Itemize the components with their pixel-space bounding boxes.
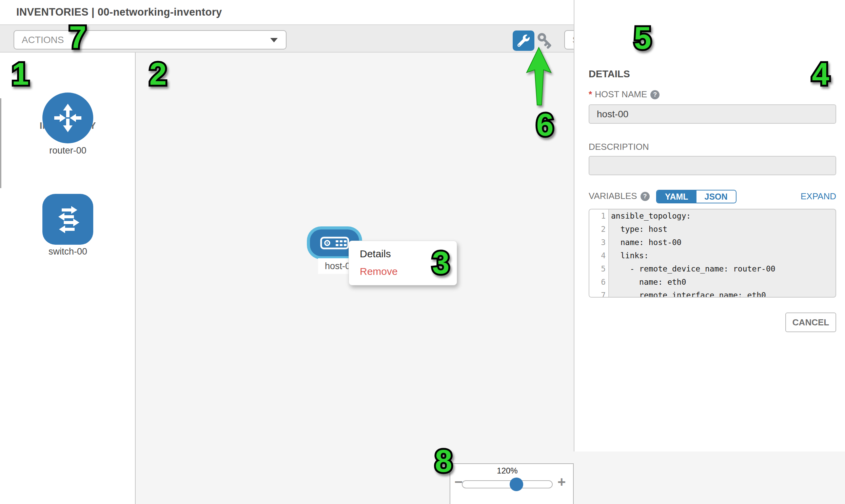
expand-link[interactable]: EXPAND [735, 191, 836, 202]
help-icon[interactable]: ? [650, 90, 659, 99]
cancel-button[interactable]: CANCEL [785, 312, 836, 332]
line-number: 6 [589, 275, 609, 289]
host-name-label-row: *HOST NAME? [589, 89, 659, 100]
line-text: ansible_topology: [609, 210, 835, 223]
description-field[interactable] [589, 156, 836, 175]
key-icon [536, 32, 553, 49]
chevron-down-icon [270, 38, 278, 42]
code-line: 2 type: host [589, 223, 835, 236]
page-title: INVENTORIES | 00-networking-inventory [16, 6, 222, 18]
host-name-label: HOST NAME [595, 89, 647, 99]
host-icon [320, 236, 349, 250]
router-icon [51, 101, 85, 135]
code-line: 3 name: host-00 [589, 236, 835, 249]
code-line: 7 remote_interface_name: eth0 [589, 289, 835, 298]
line-number: 5 [589, 262, 609, 275]
switch-icon [51, 202, 85, 236]
variables-format-toggle: YAML JSON [656, 190, 737, 203]
zoom-control: 120% − + [450, 463, 574, 504]
line-number: 7 [589, 289, 609, 298]
sidebar-item-router-label: router-00 [0, 145, 136, 156]
zoom-slider-thumb[interactable] [510, 478, 523, 491]
toggle-yaml[interactable]: YAML [657, 191, 697, 203]
context-menu-item-remove[interactable]: Remove [349, 263, 457, 280]
variables-label: VARIABLES [589, 191, 637, 201]
code-line: 4 links: [589, 249, 835, 262]
host-name-field[interactable]: host-00 [589, 104, 836, 124]
line-number: 1 [589, 210, 609, 223]
wrench-icon [517, 35, 530, 47]
inventory-topology-page: INVENTORIES | 00-networking-inventory AC… [0, 0, 845, 504]
credentials-key-button[interactable] [536, 32, 553, 49]
line-number: 3 [589, 236, 609, 249]
variables-label-row: VARIABLES? [589, 191, 650, 201]
context-menu-item-details[interactable]: Details [349, 245, 457, 263]
required-marker: * [589, 89, 592, 99]
help-icon[interactable]: ? [640, 192, 650, 201]
actions-dropdown-label: ACTIONS [22, 31, 64, 49]
zoom-out-button[interactable]: − [454, 475, 463, 489]
sidebar-item-router[interactable] [42, 92, 93, 143]
inventory-sidebar: INVENTORY router-00 [0, 53, 136, 504]
zoom-in-button[interactable]: + [558, 475, 566, 489]
sidebar-scrollbar[interactable] [0, 98, 1, 188]
line-text: links: [609, 249, 835, 262]
sidebar-item-switch[interactable] [42, 194, 93, 245]
toggle-json[interactable]: JSON [697, 191, 736, 203]
actions-dropdown[interactable]: ACTIONS [14, 30, 286, 50]
line-text: remote_interface_name: eth0 [609, 289, 835, 298]
details-panel-title: DETAILS [589, 69, 630, 80]
code-line: 6 name: eth0 [589, 275, 835, 289]
description-label: DESCRIPTION [589, 142, 649, 152]
tools-button[interactable] [513, 31, 534, 51]
line-number: 4 [589, 249, 609, 262]
line-text: - remote_device_name: router-00 [609, 262, 835, 275]
line-text: name: eth0 [609, 275, 835, 289]
line-text: name: host-00 [609, 236, 835, 249]
code-line: 5 - remote_device_name: router-00 [589, 262, 835, 275]
zoom-slider-track[interactable] [462, 480, 553, 488]
sidebar-item-switch-label: switch-00 [0, 247, 136, 257]
node-context-menu: Details Remove [349, 241, 457, 285]
line-number: 2 [589, 223, 609, 236]
zoom-level-value: 120% [462, 466, 553, 475]
variables-code-editor[interactable]: 1ansible_topology: 2 type: host 3 name: … [589, 209, 836, 298]
code-line: 1ansible_topology: [589, 210, 835, 223]
line-text: type: host [609, 223, 835, 236]
